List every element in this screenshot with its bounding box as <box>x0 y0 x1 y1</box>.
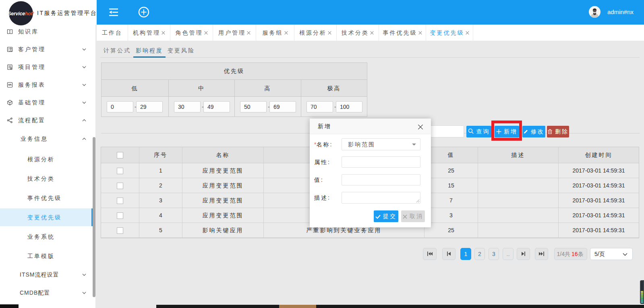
svg-text:Servicehot®: Servicehot® <box>8 11 34 17</box>
